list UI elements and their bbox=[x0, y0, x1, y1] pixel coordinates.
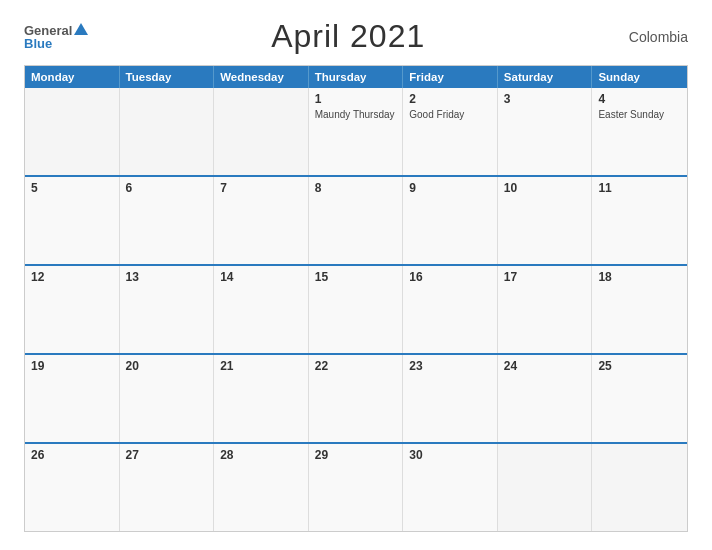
calendar-cell: 3 bbox=[498, 88, 593, 175]
day-number: 27 bbox=[126, 448, 208, 462]
calendar-cell: 30 bbox=[403, 444, 498, 531]
calendar-cell: 20 bbox=[120, 355, 215, 442]
day-number: 16 bbox=[409, 270, 491, 284]
calendar-cell: 1Maundy Thursday bbox=[309, 88, 404, 175]
calendar-cell: 26 bbox=[25, 444, 120, 531]
day-number: 12 bbox=[31, 270, 113, 284]
day-number: 8 bbox=[315, 181, 397, 195]
calendar-week-1: 1Maundy Thursday2Good Friday34Easter Sun… bbox=[25, 88, 687, 175]
day-number: 14 bbox=[220, 270, 302, 284]
country-label: Colombia bbox=[608, 29, 688, 45]
calendar-cell: 16 bbox=[403, 266, 498, 353]
cal-header-thursday: Thursday bbox=[309, 66, 404, 88]
day-number: 26 bbox=[31, 448, 113, 462]
calendar-cell bbox=[214, 88, 309, 175]
calendar-cell: 25 bbox=[592, 355, 687, 442]
day-number: 23 bbox=[409, 359, 491, 373]
calendar-cell: 7 bbox=[214, 177, 309, 264]
calendar-cell: 24 bbox=[498, 355, 593, 442]
calendar-cell: 2Good Friday bbox=[403, 88, 498, 175]
calendar: MondayTuesdayWednesdayThursdayFridaySatu… bbox=[24, 65, 688, 532]
calendar-week-2: 567891011 bbox=[25, 175, 687, 264]
calendar-cell bbox=[120, 88, 215, 175]
day-number: 13 bbox=[126, 270, 208, 284]
calendar-cell: 23 bbox=[403, 355, 498, 442]
calendar-cell: 8 bbox=[309, 177, 404, 264]
calendar-cell bbox=[498, 444, 593, 531]
cal-header-saturday: Saturday bbox=[498, 66, 593, 88]
day-number: 7 bbox=[220, 181, 302, 195]
page: General Blue April 2021 Colombia MondayT… bbox=[0, 0, 712, 550]
day-number: 5 bbox=[31, 181, 113, 195]
calendar-cell: 12 bbox=[25, 266, 120, 353]
calendar-title: April 2021 bbox=[88, 18, 608, 55]
calendar-cell: 22 bbox=[309, 355, 404, 442]
day-number: 17 bbox=[504, 270, 586, 284]
day-number: 15 bbox=[315, 270, 397, 284]
calendar-cell: 27 bbox=[120, 444, 215, 531]
day-number: 2 bbox=[409, 92, 491, 106]
day-number: 19 bbox=[31, 359, 113, 373]
day-event: Maundy Thursday bbox=[315, 108, 397, 121]
day-event: Good Friday bbox=[409, 108, 491, 121]
day-number: 10 bbox=[504, 181, 586, 195]
calendar-cell: 21 bbox=[214, 355, 309, 442]
cal-header-wednesday: Wednesday bbox=[214, 66, 309, 88]
day-number: 25 bbox=[598, 359, 681, 373]
cal-header-friday: Friday bbox=[403, 66, 498, 88]
cal-header-monday: Monday bbox=[25, 66, 120, 88]
calendar-week-4: 19202122232425 bbox=[25, 353, 687, 442]
day-number: 21 bbox=[220, 359, 302, 373]
day-number: 3 bbox=[504, 92, 586, 106]
cal-header-sunday: Sunday bbox=[592, 66, 687, 88]
day-number: 18 bbox=[598, 270, 681, 284]
calendar-cell: 5 bbox=[25, 177, 120, 264]
day-number: 30 bbox=[409, 448, 491, 462]
calendar-cell: 15 bbox=[309, 266, 404, 353]
day-number: 11 bbox=[598, 181, 681, 195]
calendar-cell: 19 bbox=[25, 355, 120, 442]
calendar-body: 1Maundy Thursday2Good Friday34Easter Sun… bbox=[25, 88, 687, 531]
calendar-cell: 28 bbox=[214, 444, 309, 531]
calendar-cell bbox=[25, 88, 120, 175]
calendar-cell: 11 bbox=[592, 177, 687, 264]
day-number: 6 bbox=[126, 181, 208, 195]
calendar-header: MondayTuesdayWednesdayThursdayFridaySatu… bbox=[25, 66, 687, 88]
header: General Blue April 2021 Colombia bbox=[24, 18, 688, 55]
calendar-week-3: 12131415161718 bbox=[25, 264, 687, 353]
calendar-cell: 6 bbox=[120, 177, 215, 264]
calendar-cell: 29 bbox=[309, 444, 404, 531]
calendar-cell: 9 bbox=[403, 177, 498, 264]
logo: General Blue bbox=[24, 23, 88, 50]
day-number: 9 bbox=[409, 181, 491, 195]
calendar-cell: 13 bbox=[120, 266, 215, 353]
calendar-cell: 14 bbox=[214, 266, 309, 353]
day-number: 28 bbox=[220, 448, 302, 462]
cal-header-tuesday: Tuesday bbox=[120, 66, 215, 88]
day-number: 22 bbox=[315, 359, 397, 373]
calendar-cell bbox=[592, 444, 687, 531]
day-number: 4 bbox=[598, 92, 681, 106]
calendar-cell: 17 bbox=[498, 266, 593, 353]
logo-triangle-icon bbox=[74, 23, 88, 35]
day-event: Easter Sunday bbox=[598, 108, 681, 121]
day-number: 20 bbox=[126, 359, 208, 373]
day-number: 29 bbox=[315, 448, 397, 462]
calendar-cell: 10 bbox=[498, 177, 593, 264]
logo-blue-text: Blue bbox=[24, 37, 88, 50]
calendar-cell: 4Easter Sunday bbox=[592, 88, 687, 175]
day-number: 24 bbox=[504, 359, 586, 373]
day-number: 1 bbox=[315, 92, 397, 106]
calendar-week-5: 2627282930 bbox=[25, 442, 687, 531]
calendar-cell: 18 bbox=[592, 266, 687, 353]
